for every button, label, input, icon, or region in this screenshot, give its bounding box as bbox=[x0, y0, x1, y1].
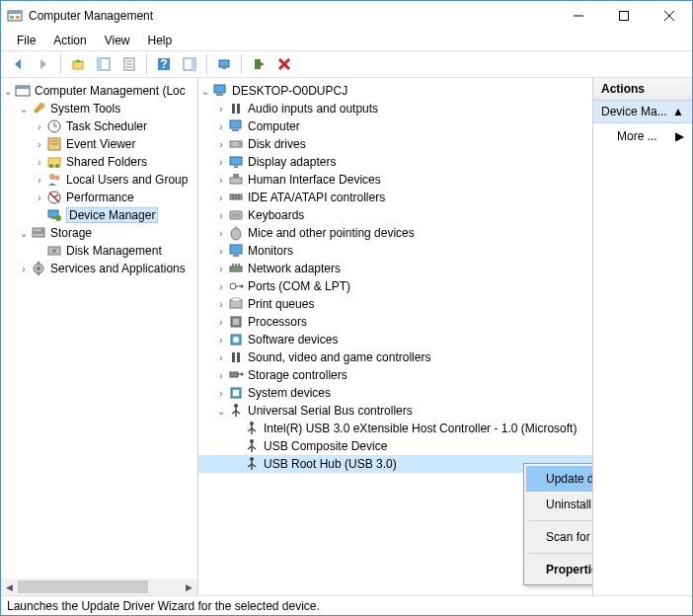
title-bar: Computer Management bbox=[1, 1, 692, 31]
tree-services-apps[interactable]: › Services and Applications bbox=[1, 260, 197, 277]
svg-point-81 bbox=[241, 285, 244, 288]
collapse-icon[interactable]: ⌄ bbox=[214, 404, 228, 418]
svg-rect-8 bbox=[73, 61, 83, 69]
up-button[interactable] bbox=[67, 53, 89, 75]
expand-icon[interactable]: › bbox=[33, 119, 46, 133]
tree-system-tools[interactable]: ⌄ System Tools bbox=[1, 100, 197, 117]
action-pane-button[interactable] bbox=[179, 53, 200, 75]
device-category[interactable]: ›Monitors bbox=[198, 242, 592, 260]
expand-icon[interactable]: › bbox=[33, 173, 46, 187]
tree-local-users[interactable]: › Local Users and Group bbox=[1, 171, 197, 189]
uninstall-button[interactable] bbox=[273, 53, 295, 75]
workspace: ⌄ Computer Management (Loc ⌄ System Tool… bbox=[1, 78, 692, 595]
device-category[interactable]: ›Disk drives bbox=[198, 135, 592, 153]
device-category[interactable]: ›Audio inputs and outputs bbox=[198, 100, 592, 117]
expand-icon[interactable]: › bbox=[214, 102, 228, 116]
expand-icon[interactable]: › bbox=[214, 297, 228, 311]
update-driver-button[interactable] bbox=[248, 53, 270, 75]
device-category[interactable]: ›Sound, video and game controllers bbox=[198, 348, 592, 366]
actions-more[interactable]: More ... ▶ bbox=[593, 123, 692, 149]
expand-icon[interactable]: › bbox=[214, 119, 228, 133]
svg-point-49 bbox=[37, 267, 40, 270]
actions-category[interactable]: Device Ma... ▲ bbox=[593, 101, 692, 123]
expand-icon[interactable]: › bbox=[214, 386, 228, 400]
ctx-update-driver[interactable]: Update driver bbox=[526, 466, 593, 492]
device-item[interactable]: Intel(R) USB 3.0 eXtensible Host Control… bbox=[198, 420, 592, 437]
device-category[interactable]: ›Mice and other pointing devices bbox=[198, 224, 592, 242]
menu-action[interactable]: Action bbox=[45, 32, 94, 49]
expand-icon[interactable]: › bbox=[214, 333, 228, 346]
device-category[interactable]: ›Human Interface Devices bbox=[198, 171, 592, 189]
tree-disk-management[interactable]: Disk Management bbox=[1, 242, 197, 260]
collapse-icon[interactable]: ⌄ bbox=[1, 84, 15, 98]
properties-button[interactable] bbox=[118, 53, 140, 75]
ctx-properties[interactable]: Properties bbox=[526, 557, 593, 582]
collapse-icon[interactable]: ⌄ bbox=[198, 84, 212, 98]
svg-rect-89 bbox=[237, 352, 240, 362]
menu-help[interactable]: Help bbox=[140, 32, 181, 49]
close-button[interactable] bbox=[647, 1, 692, 31]
device-category[interactable]: ›Computer bbox=[198, 117, 592, 135]
ctx-uninstall-device[interactable]: Uninstall device bbox=[526, 492, 593, 517]
back-button[interactable] bbox=[7, 53, 29, 75]
help-button[interactable]: ? bbox=[153, 53, 175, 75]
device-root[interactable]: ⌄ DESKTOP-O0DUPCJ bbox=[198, 82, 592, 100]
tree-task-scheduler[interactable]: › Task Scheduler bbox=[1, 117, 197, 135]
expand-icon[interactable]: › bbox=[214, 350, 228, 364]
device-category[interactable]: ›Processors bbox=[198, 313, 592, 331]
ctx-scan-hardware[interactable]: Scan for hardware changes bbox=[526, 524, 593, 550]
expand-icon[interactable]: › bbox=[17, 262, 31, 275]
svg-rect-88 bbox=[232, 352, 235, 362]
expand-icon[interactable]: › bbox=[214, 191, 228, 204]
device-category-usb[interactable]: ⌄Universal Serial Bus controllers bbox=[198, 402, 592, 420]
collapse-icon[interactable]: ⌄ bbox=[17, 102, 31, 116]
forward-button[interactable] bbox=[33, 53, 54, 75]
device-category[interactable]: ›Keyboards bbox=[198, 206, 592, 224]
menu-file[interactable]: File bbox=[9, 32, 43, 49]
expand-icon[interactable]: › bbox=[214, 226, 228, 240]
tree-storage[interactable]: ⌄ Storage bbox=[1, 224, 197, 242]
minimize-button[interactable] bbox=[556, 1, 601, 31]
show-hide-tree-button[interactable] bbox=[93, 53, 115, 75]
usb-icon bbox=[228, 403, 244, 419]
svg-rect-41 bbox=[51, 217, 55, 219]
device-category[interactable]: ›Software devices bbox=[198, 331, 592, 348]
expand-icon[interactable]: › bbox=[33, 191, 46, 204]
expand-icon[interactable]: › bbox=[214, 368, 228, 382]
collapse-icon[interactable]: ⌄ bbox=[17, 226, 31, 240]
device-category[interactable]: ›Ports (COM & LPT) bbox=[198, 277, 592, 295]
device-category[interactable]: ›Storage controllers bbox=[198, 366, 592, 384]
tree-performance[interactable]: › Performance bbox=[1, 189, 197, 206]
menu-view[interactable]: View bbox=[97, 32, 138, 49]
expand-icon[interactable]: › bbox=[214, 155, 228, 169]
scroll-right-button[interactable]: ▶ bbox=[181, 578, 197, 595]
device-category[interactable]: ›IDE ATA/ATAPI controllers bbox=[198, 189, 592, 206]
svg-rect-57 bbox=[232, 129, 239, 131]
scroll-thumb[interactable] bbox=[18, 580, 148, 593]
expand-icon[interactable]: › bbox=[214, 279, 228, 293]
device-category[interactable]: ›Display adapters bbox=[198, 153, 592, 171]
tree-shared-folders[interactable]: › Shared Folders bbox=[1, 153, 197, 171]
expand-icon[interactable]: › bbox=[214, 244, 228, 258]
device-item[interactable]: USB Composite Device bbox=[198, 437, 592, 455]
scroll-left-button[interactable]: ◀ bbox=[1, 578, 18, 595]
expand-icon[interactable]: › bbox=[33, 155, 46, 169]
expand-icon[interactable]: › bbox=[214, 137, 228, 151]
tree-event-viewer[interactable]: › Event Viewer bbox=[1, 135, 197, 153]
scrollbar-horizontal[interactable]: ◀ ▶ bbox=[1, 578, 197, 595]
device-category[interactable]: ›Network adapters bbox=[198, 260, 592, 277]
separator bbox=[528, 520, 593, 521]
scan-hardware-button[interactable] bbox=[213, 53, 235, 75]
expand-icon[interactable]: › bbox=[214, 262, 228, 275]
device-category[interactable]: ›System devices bbox=[198, 384, 592, 402]
device-icon bbox=[228, 332, 244, 347]
expand-icon[interactable]: › bbox=[214, 173, 228, 187]
device-category[interactable]: ›Print queues bbox=[198, 295, 592, 313]
maximize-button[interactable] bbox=[601, 1, 647, 31]
tree-root[interactable]: ⌄ Computer Management (Loc bbox=[1, 82, 197, 100]
expand-icon[interactable]: › bbox=[214, 315, 228, 329]
expand-icon[interactable]: › bbox=[33, 137, 46, 151]
expand-icon[interactable]: › bbox=[214, 208, 228, 222]
collapse-icon[interactable]: ▲ bbox=[672, 105, 684, 118]
tree-device-manager[interactable]: Device Manager bbox=[1, 206, 197, 224]
